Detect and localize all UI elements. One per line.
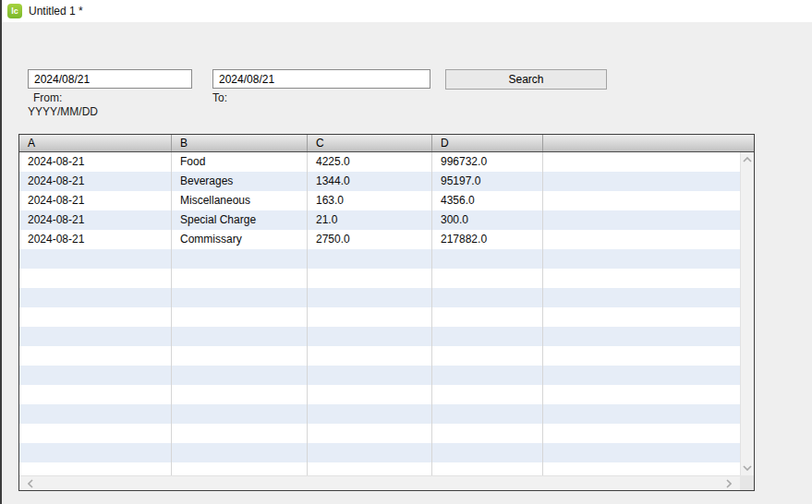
table-cell[interactable] <box>543 152 740 172</box>
table-cell[interactable] <box>308 346 432 366</box>
table-cell[interactable] <box>543 366 740 385</box>
table-cell[interactable]: 2024-08-21 <box>19 191 172 210</box>
table-cell[interactable] <box>172 327 308 346</box>
table-cell[interactable] <box>432 462 543 475</box>
table-cell[interactable] <box>543 424 740 443</box>
scroll-left-icon[interactable] <box>25 479 36 488</box>
table-cell[interactable] <box>308 385 432 404</box>
column-header-a[interactable]: A <box>19 135 172 151</box>
table-cell[interactable] <box>543 288 740 307</box>
scroll-right-icon[interactable] <box>723 479 734 488</box>
table-cell[interactable] <box>543 462 740 475</box>
scroll-up-icon[interactable] <box>742 155 753 164</box>
table-cell[interactable] <box>172 366 308 385</box>
table-cell[interactable] <box>432 288 543 307</box>
table-cell[interactable] <box>432 404 543 424</box>
table-cell[interactable] <box>19 288 172 307</box>
table-cell[interactable] <box>308 462 432 475</box>
column-header-d[interactable]: D <box>432 135 543 151</box>
table-cell[interactable] <box>308 424 432 443</box>
table-cell[interactable]: 2750.0 <box>308 230 432 249</box>
column-header-b[interactable]: B <box>172 135 308 151</box>
table-cell[interactable] <box>308 307 432 327</box>
table-cell[interactable] <box>172 346 308 366</box>
table-row[interactable] <box>19 269 740 288</box>
table-cell[interactable]: Commissary <box>172 230 308 249</box>
table-row[interactable]: 2024-08-21Food4225.0996732.0 <box>19 152 740 172</box>
table-cell[interactable] <box>543 307 740 327</box>
table-cell[interactable] <box>432 307 543 327</box>
table-cell[interactable] <box>432 327 543 346</box>
table-cell[interactable]: 2024-08-21 <box>19 172 172 191</box>
table-cell[interactable] <box>543 327 740 346</box>
table-cell[interactable] <box>172 269 308 288</box>
table-cell[interactable] <box>172 443 308 462</box>
table-cell[interactable] <box>308 269 432 288</box>
table-cell[interactable]: Miscellaneous <box>172 191 308 210</box>
table-cell[interactable]: Food <box>172 152 308 172</box>
table-cell[interactable] <box>543 443 740 462</box>
table-cell[interactable] <box>19 346 172 366</box>
table-cell[interactable] <box>543 346 740 366</box>
to-date-input[interactable] <box>212 69 430 89</box>
table-cell[interactable] <box>19 307 172 327</box>
table-cell[interactable]: 163.0 <box>308 191 432 210</box>
search-button[interactable]: Search <box>445 69 607 90</box>
table-cell[interactable] <box>543 191 740 210</box>
table-cell[interactable] <box>543 172 740 191</box>
table-cell[interactable]: 2024-08-21 <box>19 152 172 172</box>
table-cell[interactable] <box>19 385 172 404</box>
table-row[interactable] <box>19 366 740 385</box>
table-cell[interactable] <box>19 443 172 462</box>
horizontal-scrollbar[interactable] <box>19 475 740 490</box>
table-cell[interactable] <box>308 443 432 462</box>
table-cell[interactable]: 4356.0 <box>432 191 543 210</box>
table-cell[interactable]: Beverages <box>172 172 308 191</box>
table-cell[interactable]: 2024-08-21 <box>19 210 172 230</box>
from-date-input[interactable] <box>28 69 192 89</box>
table-cell[interactable] <box>432 424 543 443</box>
table-row[interactable] <box>19 327 740 346</box>
table-row[interactable]: 2024-08-21Miscellaneous163.04356.0 <box>19 191 740 210</box>
table-cell[interactable]: 300.0 <box>432 210 543 230</box>
table-cell[interactable] <box>19 269 172 288</box>
table-cell[interactable] <box>308 249 432 269</box>
table-cell[interactable] <box>432 443 543 462</box>
table-cell[interactable] <box>19 249 172 269</box>
table-row[interactable] <box>19 307 740 327</box>
table-cell[interactable] <box>308 327 432 346</box>
table-cell[interactable] <box>19 404 172 424</box>
table-cell[interactable]: 217882.0 <box>432 230 543 249</box>
table-cell[interactable] <box>543 249 740 269</box>
table-cell[interactable] <box>172 462 308 475</box>
table-row[interactable]: 2024-08-21Commissary2750.0217882.0 <box>19 230 740 249</box>
table-cell[interactable] <box>172 385 308 404</box>
table-cell[interactable] <box>543 269 740 288</box>
scroll-down-icon[interactable] <box>742 463 753 473</box>
table-cell[interactable] <box>543 210 740 230</box>
table-cell[interactable] <box>432 249 543 269</box>
table-cell[interactable]: 1344.0 <box>308 172 432 191</box>
table-row[interactable] <box>19 424 740 443</box>
table-row[interactable]: 2024-08-21Special Charge21.0300.0 <box>19 210 740 230</box>
table-cell[interactable] <box>308 404 432 424</box>
table-cell[interactable] <box>172 288 308 307</box>
table-cell[interactable] <box>432 385 543 404</box>
table-cell[interactable] <box>432 346 543 366</box>
table-cell[interactable] <box>308 288 432 307</box>
table-cell[interactable] <box>543 385 740 404</box>
table-cell[interactable]: 95197.0 <box>432 172 543 191</box>
table-cell[interactable] <box>19 327 172 346</box>
column-header-c[interactable]: C <box>308 135 432 151</box>
table-row[interactable] <box>19 288 740 307</box>
table-cell[interactable] <box>543 404 740 424</box>
table-row[interactable] <box>19 462 740 475</box>
table-row[interactable] <box>19 385 740 404</box>
table-row[interactable]: 2024-08-21Beverages1344.095197.0 <box>19 172 740 191</box>
table-cell[interactable] <box>308 366 432 385</box>
table-row[interactable] <box>19 404 740 424</box>
table-cell[interactable] <box>172 307 308 327</box>
table-cell[interactable] <box>432 366 543 385</box>
table-cell[interactable] <box>432 269 543 288</box>
table-cell[interactable] <box>19 424 172 443</box>
